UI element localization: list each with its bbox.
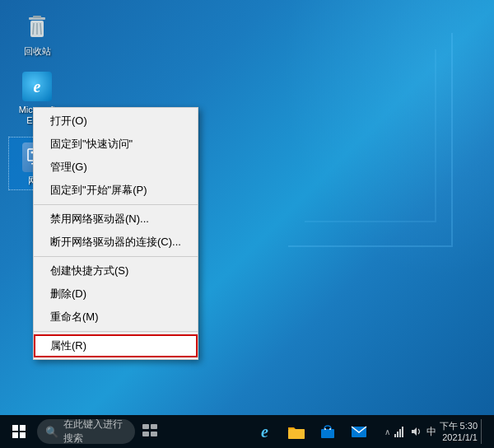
svg-line-3 bbox=[33, 23, 34, 35]
bg-decoration-2 bbox=[305, 49, 436, 222]
separator-3 bbox=[34, 331, 198, 332]
svg-rect-14 bbox=[142, 424, 149, 429]
taskbar-store[interactable] bbox=[313, 417, 343, 446]
svg-rect-15 bbox=[151, 424, 157, 429]
edge-image: e bbox=[21, 70, 54, 103]
tray-expand[interactable]: ∧ bbox=[384, 427, 390, 436]
taskbar-apps: e bbox=[246, 417, 378, 446]
context-menu-rename[interactable]: 重命名(M) bbox=[34, 306, 198, 329]
tray-time-text: 下午 5:30 bbox=[440, 420, 478, 432]
context-menu-disconnect[interactable]: 断开网络驱动器的连接(C)... bbox=[34, 231, 198, 254]
svg-rect-20 bbox=[321, 429, 334, 438]
svg-point-21 bbox=[324, 428, 326, 430]
taskbar-mail[interactable] bbox=[344, 417, 374, 446]
context-menu-pin-quick[interactable]: 固定到"快速访问" bbox=[34, 133, 198, 156]
recycle-bin-icon[interactable]: 回收站 bbox=[8, 8, 66, 60]
svg-rect-1 bbox=[33, 16, 41, 18]
context-menu-create-shortcut[interactable]: 创建快捷方式(S) bbox=[34, 259, 198, 282]
svg-line-5 bbox=[40, 23, 41, 35]
taskbar-edge[interactable]: e bbox=[250, 417, 280, 446]
context-menu-delete[interactable]: 删除(D) bbox=[34, 282, 198, 306]
start-icon bbox=[12, 425, 26, 438]
search-icon: 🔍 bbox=[45, 426, 58, 438]
show-desktop-button[interactable] bbox=[481, 419, 487, 444]
edge-icon-bg: e bbox=[22, 72, 52, 101]
start-button[interactable] bbox=[0, 415, 37, 448]
context-menu-manage[interactable]: 管理(G) bbox=[34, 156, 198, 179]
svg-point-22 bbox=[329, 428, 331, 430]
search-placeholder-text: 在此键入进行搜索 bbox=[63, 418, 127, 446]
separator-1 bbox=[34, 204, 198, 205]
taskbar-explorer[interactable] bbox=[282, 417, 311, 446]
taskbar-search[interactable]: 🔍 在此键入进行搜索 bbox=[37, 419, 135, 444]
tray-sound-icon bbox=[410, 425, 423, 438]
svg-rect-26 bbox=[399, 429, 401, 437]
context-menu-properties[interactable]: 属性(R) bbox=[34, 334, 198, 357]
tray-network-icon bbox=[394, 425, 407, 438]
system-tray: ∧ 中 下午 5:30 2021/1/1 bbox=[378, 419, 494, 444]
context-menu-disable-network[interactable]: 禁用网络驱动器(N)... bbox=[34, 208, 198, 231]
svg-rect-19 bbox=[288, 429, 305, 439]
tray-date-text: 2021/1/1 bbox=[440, 432, 478, 443]
recycle-bin-label: 回收站 bbox=[24, 46, 51, 57]
desktop: 回收站 e MicrosoftEdge bbox=[0, 0, 494, 415]
svg-rect-17 bbox=[151, 432, 157, 436]
context-menu-open[interactable]: 打开(O) bbox=[34, 110, 198, 133]
svg-rect-24 bbox=[394, 434, 396, 437]
tray-clock[interactable]: 下午 5:30 2021/1/1 bbox=[440, 420, 478, 444]
svg-rect-27 bbox=[402, 427, 403, 437]
tray-ime[interactable]: 中 bbox=[426, 425, 436, 439]
svg-rect-16 bbox=[142, 432, 149, 436]
taskbar: 🔍 在此键入进行搜索 e bbox=[0, 415, 494, 448]
svg-rect-25 bbox=[397, 432, 398, 437]
context-menu: 打开(O) 固定到"快速访问" 管理(G) 固定到"开始"屏幕(P) 禁用网络驱… bbox=[33, 107, 198, 360]
context-menu-pin-start[interactable]: 固定到"开始"屏幕(P) bbox=[34, 179, 198, 202]
separator-2 bbox=[34, 256, 198, 257]
recycle-bin-image bbox=[21, 12, 54, 44]
taskview-button[interactable] bbox=[135, 415, 165, 448]
